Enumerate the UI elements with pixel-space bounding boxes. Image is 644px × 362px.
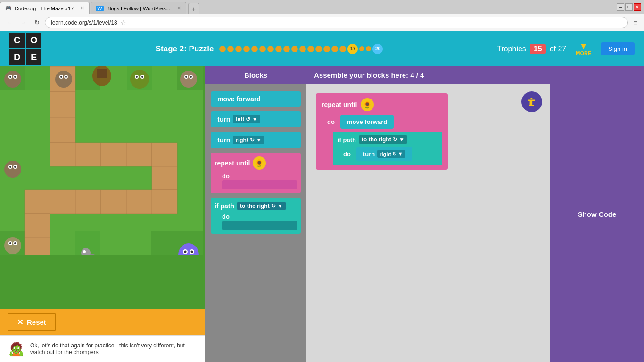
svg-point-40 <box>190 76 192 78</box>
blocks-list: move forward turn left ↺ ▼ turn right ↻ … <box>205 84 306 362</box>
asm-repeat-block[interactable]: repeat until 🌻 do move forward <box>316 93 448 170</box>
svg-point-63 <box>191 251 193 253</box>
assembly-header: Assemble your blocks here: 4 / 4 <box>306 66 550 84</box>
main-content: 💥 ✕ <box>0 66 644 362</box>
new-tab-button[interactable]: + <box>188 3 199 14</box>
svg-rect-18 <box>152 190 177 214</box>
reload-button[interactable]: ↻ <box>32 18 42 27</box>
block-turn-left[interactable]: turn left ↺ ▼ <box>211 111 301 127</box>
svg-point-35 <box>65 76 67 78</box>
dot-12 <box>307 46 314 52</box>
if-path-dropdown[interactable]: to the right ↻ ▼ <box>237 202 286 210</box>
do-area: do <box>222 172 297 189</box>
svg-rect-14 <box>101 143 126 166</box>
tab-maze[interactable]: 🎮 Code.org - The Maze #17 ✕ <box>0 2 90 14</box>
asm-move-forward[interactable]: move forward <box>340 115 394 129</box>
dot-target: 20 <box>372 44 383 54</box>
browser-menu-icon[interactable]: ≡ <box>631 18 640 27</box>
forward-button[interactable]: → <box>18 18 29 27</box>
dot-3 <box>235 46 242 52</box>
show-code-panel[interactable]: Show Code <box>550 66 644 362</box>
asm-if-inner[interactable]: if path to the right ↻ ▼ do <box>333 132 442 165</box>
do-slot <box>222 180 297 189</box>
more-button[interactable]: ▼ MORE <box>576 42 591 56</box>
turn-left-dropdown[interactable]: left ↺ ▼ <box>233 115 260 123</box>
asm-repeat-label: repeat until <box>322 101 357 108</box>
maximize-button[interactable]: □ <box>625 3 633 11</box>
block-if-path[interactable]: if path to the right ↻ ▼ do <box>211 198 301 234</box>
turn-left-value: left <box>236 116 244 123</box>
svg-point-51 <box>9 166 11 168</box>
svg-point-64 <box>4 237 21 254</box>
svg-point-67 <box>9 242 11 244</box>
block-repeat-until[interactable]: repeat until 🌻 do <box>211 153 301 193</box>
if-path-label: if path <box>215 202 234 210</box>
repeat-until-label: repeat until <box>215 159 250 167</box>
svg-point-30 <box>14 76 16 78</box>
svg-point-36 <box>180 71 197 88</box>
trash-button[interactable]: 🗑 <box>521 91 542 112</box>
back-button[interactable]: ← <box>4 18 15 27</box>
tab-close-2[interactable]: ✕ <box>177 5 181 11</box>
svg-point-39 <box>185 76 187 78</box>
logo-o: O <box>26 33 42 49</box>
close-button[interactable]: ✕ <box>634 3 641 11</box>
dot-16 <box>339 46 346 52</box>
block-turn-right[interactable]: turn right ↻ ▼ <box>211 132 301 148</box>
blocks-title: Blocks <box>244 71 267 79</box>
tab-blogs[interactable]: W Blogs I Follow | WordPres... ✕ <box>91 2 186 14</box>
trophies-count: 15 <box>530 44 546 54</box>
game-area: 💥 ✕ <box>0 66 205 362</box>
svg-point-56 <box>83 250 86 253</box>
svg-point-62 <box>184 251 187 253</box>
svg-point-48 <box>4 161 21 178</box>
x-icon: ✕ <box>17 318 23 327</box>
dot-2 <box>227 46 234 52</box>
if-do-label: do <box>222 213 230 220</box>
tab-favicon-2: W <box>96 6 103 11</box>
asm-sunflower-icon: 🌻 <box>361 98 374 111</box>
show-code-label: Show Code <box>578 210 617 218</box>
asm-if-label: if path <box>338 136 356 143</box>
move-forward-label: move forward <box>217 95 261 103</box>
dot-10 <box>291 46 298 52</box>
assembled-blocks: repeat until 🌻 do move forward <box>316 93 448 170</box>
svg-rect-13 <box>75 143 101 166</box>
trophies-total: of 27 <box>550 45 567 53</box>
stage-title: Stage 2: Puzzle <box>156 44 214 54</box>
tab-close-1[interactable]: ✕ <box>80 5 84 11</box>
asm-turn-label: turn <box>363 150 375 157</box>
turn-right-dropdown[interactable]: right ↻ ▼ <box>233 136 264 144</box>
dot-5 <box>251 46 258 52</box>
asm-if-value: to the right <box>362 136 391 143</box>
minimize-button[interactable]: ─ <box>617 3 624 11</box>
asm-turn-dropdown[interactable]: right ↻ ▼ <box>377 150 405 158</box>
message-text: Ok, let's do that again for practice - t… <box>30 342 198 355</box>
assembly-header-text: Assemble your blocks here: 4 / 4 <box>314 71 424 79</box>
turn-right-label: turn <box>217 136 230 144</box>
stage-info: Stage 2: Puzzle 17 20 <box>51 44 487 54</box>
reset-button[interactable]: ✕ Reset <box>8 313 56 331</box>
bookmark-icon[interactable]: ☆ <box>120 19 126 26</box>
dot-15 <box>331 46 338 52</box>
dot-8 <box>275 46 282 52</box>
maze-container: 💥 <box>0 66 205 309</box>
dot-11 <box>299 46 306 52</box>
svg-rect-19 <box>25 190 50 214</box>
more-triangle-icon: ▼ <box>579 42 588 50</box>
dot-14 <box>323 46 330 52</box>
asm-turn-block[interactable]: turn right ↻ ▼ <box>356 147 412 161</box>
if-path-arrow: ↻ ▼ <box>271 203 283 209</box>
asm-if-dropdown[interactable]: to the right ↻ ▼ <box>359 135 407 144</box>
svg-rect-10 <box>50 92 75 117</box>
logo-d: D <box>9 49 25 65</box>
asm-if-block: if path to the right ↻ ▼ do <box>327 132 442 165</box>
svg-point-52 <box>14 166 16 168</box>
svg-rect-12 <box>50 143 75 166</box>
dot-19 <box>366 46 371 51</box>
svg-rect-22 <box>101 190 126 214</box>
sign-in-button[interactable]: Sign in <box>601 42 635 55</box>
address-bar[interactable]: learn.code.org/s/1/level/18 ☆ <box>45 17 628 28</box>
svg-rect-24 <box>25 214 50 237</box>
block-move-forward[interactable]: move forward <box>211 91 301 107</box>
